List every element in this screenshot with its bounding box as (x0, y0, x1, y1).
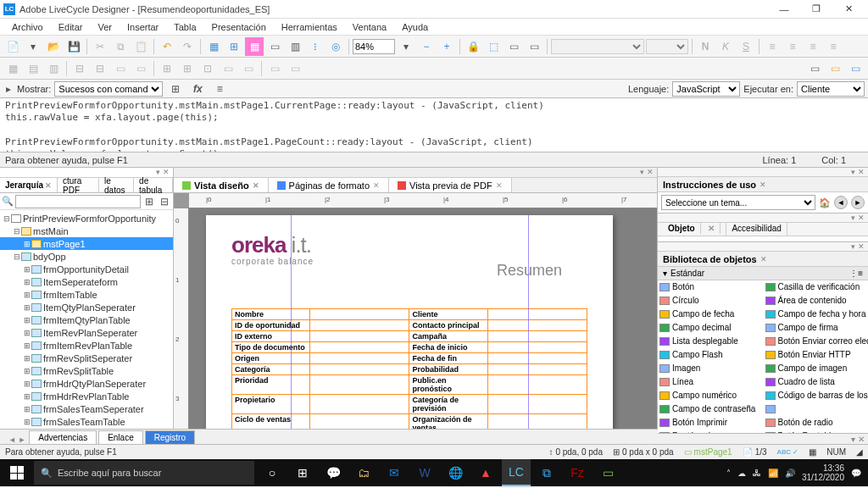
tray-vol[interactable]: 🔊 (785, 469, 795, 478)
tree-item[interactable]: ⊞InvolvedPartySeperateform (0, 428, 173, 429)
tray-net[interactable]: 🖧 (753, 469, 761, 478)
lib-item[interactable]: Campo de imagen (764, 362, 869, 374)
script-btn2[interactable]: ≡ (210, 80, 229, 98)
lib-menu[interactable]: ⋮≡ (849, 269, 863, 278)
lib-item[interactable]: Botón Restablecer (764, 430, 869, 433)
howto-next[interactable]: ► (851, 196, 865, 209)
save-button[interactable]: 💾 (64, 37, 83, 56)
tree-item[interactable]: ⊟bdyOpp (0, 250, 173, 263)
object-library[interactable]: BotónCasilla de verificaciónCírculoÁrea … (658, 280, 868, 433)
lib-item[interactable]: Lista desplegable (658, 335, 763, 347)
lib-item[interactable]: Campo de contraseña (658, 402, 763, 415)
tab-preview[interactable]: Vista previa de PDF✕ (389, 178, 512, 192)
task-notepad[interactable]: ▭ (593, 459, 622, 486)
dots-button[interactable]: ⫶ (306, 37, 325, 56)
lib-item[interactable]: Botón Imprimir (658, 416, 763, 429)
t8[interactable]: ⊞ (158, 59, 176, 78)
bottom-panel-close[interactable]: ▾ ✕ (848, 435, 868, 444)
home-icon[interactable]: 🏠 (819, 197, 831, 208)
tree-item[interactable]: ⊞frmRevSplitSeperater (0, 352, 173, 364)
task-word[interactable]: W (410, 459, 439, 486)
tr3[interactable]: ▭ (846, 59, 865, 78)
menu-archivo[interactable]: Archivo (5, 20, 50, 34)
task-pdf[interactable]: ▲ (471, 459, 500, 486)
tree-item[interactable]: ⊞ItemSeperateform (0, 275, 173, 288)
right-lib-close[interactable]: ▾ ✕ (658, 242, 868, 252)
tab-datos[interactable]: le datos (99, 178, 134, 192)
hier-btn2[interactable]: ⊟ (158, 195, 171, 208)
tree-item[interactable]: ⊞frmItemTable (0, 288, 173, 301)
redo-button[interactable]: ↷ (178, 37, 197, 56)
zoom-out-button[interactable]: − (417, 37, 436, 56)
t10[interactable]: ⊡ (198, 59, 217, 78)
cut-button[interactable]: ✂ (91, 37, 109, 56)
script-expand[interactable]: ▸ (3, 80, 14, 98)
lib-item[interactable] (764, 402, 869, 415)
tree-item[interactable]: ⊞ItemRevPlanSeperater (0, 326, 173, 339)
lib-item[interactable]: Botón de radio (764, 416, 869, 429)
right-top-close[interactable]: ▾ ✕ (658, 168, 868, 177)
t3[interactable]: ▥ (44, 59, 63, 78)
tray-wifi[interactable]: 📶 (768, 469, 778, 478)
box-button[interactable]: ▭ (265, 37, 284, 56)
t1[interactable]: ▦ (3, 59, 22, 78)
tray-up[interactable]: ˄ (726, 469, 731, 478)
tree-item[interactable]: ⊞frmRevSplitTable (0, 364, 173, 377)
maximize-button[interactable]: ❐ (800, 0, 832, 19)
close-button[interactable]: ✕ (832, 0, 865, 19)
tree-item[interactable]: ⊟mstMain (0, 225, 173, 237)
size-select[interactable] (646, 39, 688, 54)
t11[interactable]: ▭ (219, 59, 237, 78)
tool-c[interactable]: ▭ (525, 37, 543, 56)
lib-item[interactable]: Cuadro de lista (764, 375, 869, 388)
tree-item[interactable]: ⊞mstPage1 (0, 237, 173, 250)
tab-objeto[interactable]: Objeto ✕ (658, 223, 726, 236)
t7[interactable]: ▭ (131, 59, 150, 78)
tree-item[interactable]: ⊞frmSalesTeamTable (0, 415, 173, 428)
lib-item[interactable]: Línea (658, 375, 763, 388)
form-table[interactable]: NombreClienteID de oportunidadContacto p… (231, 308, 587, 429)
tool-a[interactable]: ⬚ (484, 37, 503, 56)
lib-item[interactable]: Campo decimal (658, 321, 763, 334)
tab-tabula[interactable]: de tabula (134, 178, 173, 192)
open-button[interactable]: 📂 (44, 37, 63, 56)
copy-button[interactable]: ⧉ (111, 37, 130, 56)
tree-item[interactable]: ⊞frmOpportunityDetail (0, 263, 173, 275)
script-btn1[interactable]: ⊞ (166, 80, 185, 98)
task-filezilla[interactable]: Fz (563, 459, 592, 486)
tray-clock[interactable]: 13:3631/12/2020 (802, 463, 844, 482)
events-select[interactable]: Sucesos con comand (54, 81, 163, 97)
task-livecycle[interactable]: LC (502, 459, 531, 486)
tree-item[interactable]: ⊞frmHdrRevPlanTable (0, 390, 173, 402)
menu-presentacion[interactable]: Presentación (205, 20, 273, 34)
tree-item[interactable]: ⊞frmHdrQtyPlanSeperater (0, 377, 173, 390)
tr1[interactable]: ▭ (805, 59, 824, 78)
tab-master[interactable]: Páginas de formato✕ (269, 178, 389, 192)
design-page[interactable]: oreka i.t. corporate balance Resumen Nom… (206, 215, 613, 429)
undo-button[interactable]: ↶ (158, 37, 176, 56)
new-button[interactable]: 📄 (3, 37, 22, 56)
lib-item[interactable]: Campo de firma (764, 321, 869, 334)
hierarchy-search[interactable] (15, 195, 141, 208)
menu-editar[interactable]: Editar (52, 20, 90, 34)
task-explorer[interactable]: 🗂 (349, 459, 378, 486)
t6[interactable]: ▭ (111, 59, 130, 78)
taskbar-search[interactable]: 🔍Escribe aquí para buscar (34, 461, 254, 485)
script-editor[interactable]: PrintPreviewFormforOpportunity.mstMain.m… (0, 98, 868, 152)
rulers-button[interactable]: ▥ (286, 37, 304, 56)
new-dropdown[interactable]: ▾ (24, 37, 42, 56)
menu-herramientas[interactable]: Herramientas (275, 20, 344, 34)
lib-item[interactable]: Imagen (658, 362, 763, 374)
align-justify[interactable]: ≡ (824, 37, 843, 56)
tr2[interactable]: ▭ (826, 59, 844, 78)
lib-item[interactable]: Código de barras de los formularios (764, 389, 869, 402)
lib-item[interactable]: Botón (658, 280, 763, 293)
t5[interactable]: ⊟ (91, 59, 109, 78)
lib-item[interactable]: Círculo (658, 294, 763, 307)
task-chat[interactable]: 💬 (319, 459, 348, 486)
script-fn[interactable]: fx (188, 80, 207, 98)
paste-button[interactable]: 📋 (131, 37, 150, 56)
start-button[interactable] (0, 459, 34, 486)
lib-item[interactable]: Rectángulo (658, 430, 763, 433)
lib-item[interactable]: Campo numérico (658, 389, 763, 402)
